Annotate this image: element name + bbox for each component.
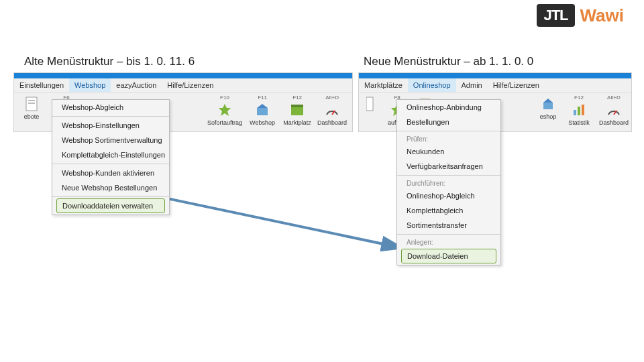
dd-anbindung[interactable]: Onlineshop-Anbindung — [397, 100, 500, 115]
svg-rect-1 — [28, 100, 35, 101]
menubar-new: Marktplätze Onlineshop Admin Hilfe/Lizen… — [359, 78, 631, 93]
dd-onlineshop-abgleich[interactable]: Onlineshop-Abgleich — [397, 188, 500, 203]
dd-download-dateien-new[interactable]: Download-Dateien — [401, 249, 496, 263]
document-icon — [23, 95, 40, 113]
tb-onlineshop[interactable]: eshop — [535, 93, 561, 121]
dd-header-pruefen: Prüfen: — [397, 133, 500, 144]
logo-wawi: Wawi — [580, 5, 624, 26]
menu-einstellungen[interactable]: Einstellungen — [14, 78, 69, 92]
label: ebote — [24, 113, 40, 120]
separator — [397, 131, 500, 131]
svg-rect-7 — [257, 108, 268, 115]
shortcut: Alt+D — [325, 95, 339, 101]
shortcut: F12 — [292, 95, 302, 101]
tb-angebote[interactable]: ebote — [14, 93, 49, 121]
label: Dashboard — [317, 119, 347, 126]
menu-hilfe[interactable]: Hilfe/Lizenzen — [162, 78, 219, 92]
shop-icon — [539, 95, 557, 113]
menu-webshop[interactable]: Webshop — [69, 78, 111, 92]
dd-webshop-einstellungen[interactable]: Webshop-Einstellungen — [52, 118, 169, 133]
svg-rect-17 — [582, 105, 584, 115]
marketplace-icon — [288, 101, 306, 119]
dd-verfuegbarkeit[interactable]: Verfügbarkeitsanfragen — [397, 159, 500, 174]
svg-line-19 — [154, 196, 402, 248]
dd-header-anlegen: Anlegen: — [397, 236, 500, 247]
separator — [52, 196, 169, 197]
menubar-old: Einstellungen Webshop eazyAuction Hilfe/… — [14, 78, 352, 93]
label: Statistik — [568, 119, 590, 126]
svg-rect-15 — [574, 110, 576, 115]
dd-sortiment[interactable]: Webshop Sortimentverwaltung — [52, 133, 169, 147]
document-icon — [362, 95, 379, 113]
dd-komplettabgleich[interactable]: Komplettabgleich — [397, 203, 500, 218]
dd-neue-bestellungen[interactable]: Neue Webshop Bestellungen — [52, 180, 169, 195]
tb-statistik[interactable]: F12 Statistik — [561, 93, 596, 127]
chart-icon — [570, 101, 588, 119]
star-icon — [216, 101, 233, 119]
dd-kunden-aktivieren[interactable]: Webshop-Kunden aktivieren — [52, 166, 169, 180]
logo-jtl: JTL — [537, 4, 574, 27]
label: Webshop — [250, 119, 275, 126]
separator — [397, 234, 500, 235]
shortcut: Alt+D — [607, 95, 621, 101]
dd-sortimentstransfer[interactable]: Sortimentstransfer — [397, 218, 500, 233]
svg-rect-8 — [291, 107, 303, 115]
separator — [52, 116, 169, 117]
menu-eazyauction[interactable]: eazyAuction — [111, 78, 162, 92]
panel-new: Marktplätze Onlineshop Admin Hilfe/Lizen… — [358, 72, 632, 132]
svg-rect-2 — [28, 103, 35, 104]
tb-dashboard[interactable]: Alt+D Dashboard — [315, 93, 350, 127]
title-bar — [14, 73, 352, 78]
separator — [52, 164, 169, 164]
gauge-icon — [323, 101, 341, 119]
tb-dashboard[interactable]: Alt+D Dashboard — [596, 93, 631, 127]
menu-admin[interactable]: Admin — [456, 78, 488, 92]
gauge-icon — [605, 101, 623, 119]
menu-hilfe[interactable]: Hilfe/Lizenzen — [488, 78, 545, 92]
heading-old: Alte Menüstruktur – bis 1. 0. 11. 6 — [24, 55, 195, 68]
label: Marktplatz — [283, 119, 311, 126]
label: eshop — [540, 113, 557, 120]
svg-rect-16 — [578, 107, 580, 115]
logo: JTL Wawi — [537, 4, 624, 27]
menu-marktplaetze[interactable]: Marktplätze — [359, 78, 408, 92]
shop-icon — [254, 101, 271, 119]
tb-webshop[interactable]: F11 Webshop — [245, 93, 280, 127]
dd-header-durchfuehren: Durchführen: — [397, 177, 500, 188]
tb-marktplatz[interactable]: F12 Marktplatz — [280, 93, 315, 127]
tb-partial[interactable] — [359, 93, 381, 115]
panel-old: Einstellungen Webshop eazyAuction Hilfe/… — [13, 72, 353, 132]
dd-neukunden[interactable]: Neukunden — [397, 144, 500, 159]
shortcut: F10 — [220, 95, 229, 101]
svg-rect-14 — [543, 103, 553, 109]
dropdown-onlineshop: Onlineshop-Anbindung Bestellungen Prüfen… — [396, 99, 501, 265]
label: Sofortauftrag — [207, 119, 242, 126]
menu-onlineshop[interactable]: Onlineshop — [408, 78, 456, 92]
dd-bestellungen[interactable]: Bestellungen — [397, 115, 500, 129]
heading-new: Neue Menüstruktur – ab 1. 1. 0. 0 — [364, 55, 533, 68]
dd-downloaddateien-old[interactable]: Downloaddateien verwalten — [56, 198, 165, 213]
dropdown-webshop: Webshop-Abgleich Webshop-Einstellungen W… — [52, 99, 170, 215]
title-bar — [359, 73, 631, 78]
shortcut: F12 — [574, 95, 584, 101]
label: Dashboard — [599, 119, 629, 126]
svg-rect-11 — [366, 97, 373, 111]
dd-webshop-abgleich[interactable]: Webshop-Abgleich — [52, 100, 169, 115]
shortcut: F11 — [258, 95, 267, 101]
svg-rect-9 — [291, 105, 303, 107]
svg-marker-6 — [219, 104, 231, 116]
tb-sofortauftrag[interactable]: F10 Sofortauftrag — [205, 93, 245, 127]
dd-komplettabgleich[interactable]: Komplettabgleich-Einstellungen — [52, 147, 169, 162]
separator — [397, 175, 500, 176]
